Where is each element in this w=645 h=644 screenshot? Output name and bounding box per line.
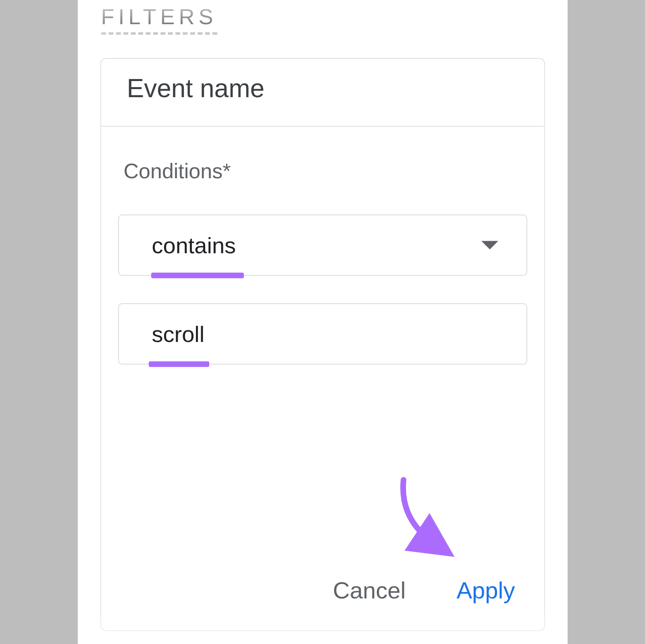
filter-dimension-title: Event name	[127, 73, 518, 103]
highlight-underline	[149, 361, 209, 367]
action-buttons: Cancel Apply	[333, 577, 515, 604]
apply-button[interactable]: Apply	[456, 577, 515, 604]
condition-value-text: scroll	[152, 321, 205, 347]
condition-operator-dropdown[interactable]: contains	[118, 215, 527, 276]
conditions-label: Conditions*	[124, 159, 527, 183]
highlight-underline	[151, 273, 244, 278]
filters-section-label: FILTERS	[101, 4, 217, 35]
dropdown-selected-text: contains	[152, 232, 236, 258]
filter-card: Event name Conditions* contains scroll C…	[100, 58, 545, 631]
cancel-button[interactable]: Cancel	[333, 577, 406, 604]
condition-value-input[interactable]: scroll	[118, 303, 527, 365]
filter-card-body: Conditions* contains scroll	[101, 127, 544, 367]
caret-down-icon	[481, 241, 498, 250]
filter-card-header[interactable]: Event name	[101, 59, 544, 127]
